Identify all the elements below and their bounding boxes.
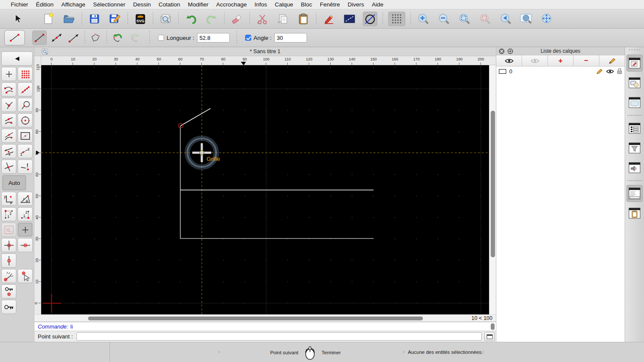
snap-center-button[interactable] [18, 113, 33, 127]
edit-line-attributes-button[interactable] [342, 12, 357, 26]
ordinate-corner-1-button[interactable]: 12 [1, 207, 16, 221]
crosshair-point-button[interactable] [1, 238, 16, 252]
dock-command-window-button[interactable] [626, 185, 643, 202]
menu-item[interactable]: Sélectionner [89, 1, 129, 8]
dock-library-browser-button[interactable] [626, 94, 643, 111]
line-angle-button[interactable] [49, 30, 64, 45]
redo-button[interactable] [204, 12, 219, 26]
redo-segment-button[interactable] [128, 30, 142, 45]
zoom-pan-button[interactable] [540, 12, 554, 26]
snap-intersection-button[interactable] [1, 160, 16, 174]
snap-intersection-manual-button[interactable]: ! [18, 160, 33, 174]
menu-item[interactable]: Cotation [155, 1, 184, 8]
ordinate-corner-2-button[interactable]: 12 [18, 207, 33, 221]
layer-visibility-eye-icon[interactable] [606, 69, 614, 74]
undo-button[interactable] [184, 12, 198, 26]
snap-endpoints-button[interactable] [1, 82, 16, 97]
dock-filter-button[interactable] [626, 139, 643, 157]
layer-row[interactable]: 0 [496, 66, 625, 76]
drawing-canvas[interactable]: Grille [41, 65, 489, 314]
save-as-button[interactable] [108, 12, 122, 26]
lock-relative-zero-button[interactable] [1, 284, 16, 299]
zoom-window-button[interactable] [519, 12, 534, 26]
draft-circle-button[interactable] [363, 12, 377, 26]
new-document-button[interactable] [41, 12, 56, 26]
document-tab-icon[interactable] [42, 48, 48, 55]
angle-input[interactable] [274, 33, 307, 42]
snap-on-entity-button[interactable] [18, 82, 33, 97]
snap-nearest-button[interactable] [1, 129, 16, 143]
coordinates-polar-button[interactable]: ra [18, 192, 33, 206]
zoom-selection-button[interactable] [478, 12, 492, 26]
line-two-points-button[interactable] [32, 30, 47, 45]
crosshair-horizontal-button[interactable] [18, 238, 33, 252]
current-tool-indicator[interactable] [4, 30, 25, 45]
menu-item[interactable]: Aide [368, 1, 387, 8]
dock-entity-list-button[interactable] [626, 120, 643, 137]
menu-item[interactable]: Affichage [58, 1, 89, 8]
document-tab-title[interactable]: * Sans titre 1 [34, 48, 496, 54]
command-input[interactable] [76, 332, 482, 341]
layer-edit-pencil-icon[interactable] [596, 68, 603, 74]
menu-item[interactable]: Modifier [184, 1, 212, 8]
snap-parallel-button[interactable] [1, 144, 16, 158]
save-button[interactable] [87, 12, 102, 26]
svg-export-button[interactable]: SVG [133, 12, 148, 26]
horizontal-scrollbar-thumb[interactable] [88, 317, 423, 320]
crosshair-free-button[interactable] [18, 223, 33, 237]
menu-item[interactable]: Calque [271, 1, 297, 8]
zoom-auto-button[interactable] [457, 12, 472, 26]
snap-restriction-button[interactable] [18, 129, 33, 143]
menu-item[interactable]: Bloc [297, 1, 316, 8]
zoom-previous-button[interactable] [498, 12, 513, 26]
snap-distance-button[interactable]: 12 [18, 144, 33, 158]
select-point-button[interactable] [18, 269, 33, 283]
undo-segment-button[interactable] [110, 30, 125, 45]
snap-auto-button[interactable]: Auto [2, 175, 26, 190]
menu-item[interactable]: Infos [251, 1, 271, 8]
selection-arrow-button[interactable] [11, 12, 25, 26]
snap-tangent-button[interactable] [18, 98, 33, 112]
snap-middle-button[interactable] [1, 113, 16, 127]
command-window-toggle-button[interactable] [484, 332, 495, 341]
snap-free-button[interactable] [1, 67, 16, 81]
close-icon[interactable] [499, 48, 504, 54]
snap-perpendicular-button[interactable] [1, 98, 16, 112]
delete-entities-button[interactable] [230, 12, 244, 26]
remove-layer-button[interactable]: − [574, 55, 599, 66]
cut-button[interactable]: + [255, 12, 270, 26]
show-all-layers-button[interactable] [496, 55, 522, 66]
toggle-grid-button[interactable] [388, 12, 405, 26]
dock-clipboard-button[interactable] [626, 205, 643, 222]
menu-item[interactable]: Accrochage [212, 1, 250, 8]
dock-grip[interactable] [628, 49, 641, 51]
polygon-button[interactable] [88, 30, 103, 45]
command-history[interactable]: Commande: li [34, 322, 496, 331]
draw-pen-button[interactable] [322, 12, 336, 26]
line-arrow-button[interactable] [67, 30, 81, 45]
dock-block-list-button[interactable] [626, 74, 643, 91]
snap-grid-button[interactable] [18, 67, 33, 81]
menu-item[interactable]: Fichier [7, 1, 32, 8]
length-checkbox[interactable] [158, 35, 164, 41]
paste-button[interactable] [296, 12, 311, 26]
crosshair-vertical-button[interactable] [1, 253, 16, 268]
layer-lock-icon[interactable] [617, 68, 622, 74]
open-file-button[interactable] [62, 12, 76, 26]
angle-gauge-button[interactable] [1, 269, 16, 283]
command-scrollbar-thumb[interactable] [491, 323, 495, 330]
vertical-scrollbar-thumb[interactable] [491, 111, 495, 257]
menu-item[interactable]: Divers [344, 1, 368, 8]
length-input[interactable] [197, 33, 230, 42]
back-button[interactable] [1, 51, 33, 66]
print-preview-button[interactable] [158, 12, 173, 26]
float-panel-icon[interactable] [507, 48, 513, 54]
zoom-out-button[interactable] [437, 12, 451, 26]
dock-command-echo-button[interactable] [626, 159, 643, 176]
hide-all-layers-button[interactable] [522, 55, 548, 66]
angle-checkbox[interactable] [245, 35, 251, 41]
menu-item[interactable]: Dessin [129, 1, 155, 8]
coordinates-cartesian-button[interactable]: yx [1, 192, 16, 206]
menu-item[interactable]: Édition [32, 1, 58, 8]
restrict-off-button[interactable] [1, 223, 16, 237]
